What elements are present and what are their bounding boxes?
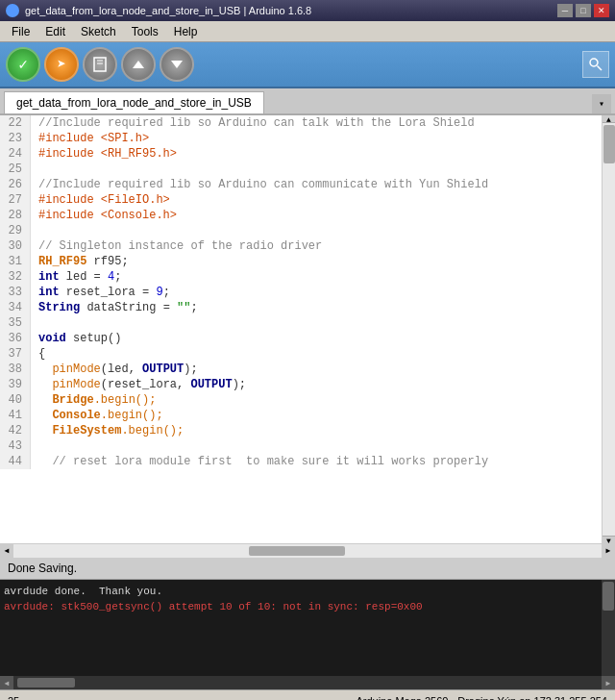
console-line: avrdude: stk500_getsync() attempt 10 of …: [4, 599, 611, 614]
h-scroll-thumb[interactable]: [249, 546, 345, 556]
code-line: 32int led = 4;: [0, 269, 602, 285]
code-editor: 22//Include required lib so Arduino can …: [0, 115, 615, 543]
svg-rect-0: [94, 58, 106, 71]
verify-button[interactable]: ✓: [6, 47, 40, 82]
console-h-scroll-left[interactable]: ◀: [0, 676, 13, 689]
line-code: #include <Console.h>: [31, 208, 177, 223]
h-scroll-right-button[interactable]: ▶: [602, 544, 615, 558]
horizontal-scrollbar[interactable]: ◀ ▶: [0, 543, 615, 557]
console-h-scroll-right[interactable]: ▶: [602, 676, 615, 689]
line-number-gutter: 23: [0, 131, 31, 146]
app-icon: [6, 4, 19, 17]
menu-tools[interactable]: Tools: [124, 23, 166, 40]
line-code: //Include required lib so Arduino can co…: [31, 177, 488, 192]
line-number-gutter: 34: [0, 300, 31, 315]
console-area: avrdude done. Thank you.avrdude: stk500_…: [0, 580, 615, 676]
code-line: 42 FileSystem.begin();: [0, 423, 602, 438]
code-line: 38 pinMode(led, OUTPUT);: [0, 362, 602, 377]
console-h-scroll-track[interactable]: [13, 676, 602, 689]
line-number-gutter: 41: [0, 408, 31, 423]
line-number-gutter: 26: [0, 177, 31, 192]
tab-bar: get_data_from_lora_node_and_store_in_USB…: [0, 88, 615, 115]
search-button[interactable]: [582, 51, 609, 78]
line-code: // Singleton instance of the radio drive…: [31, 238, 322, 254]
code-line: 39 pinMode(reset_lora, OUTPUT);: [0, 377, 602, 392]
open-button[interactable]: [121, 47, 156, 82]
console-h-scroll-thumb[interactable]: [17, 678, 75, 688]
code-content[interactable]: 22//Include required lib so Arduino can …: [0, 115, 602, 543]
menu-edit[interactable]: Edit: [37, 23, 73, 40]
menu-file[interactable]: File: [4, 23, 37, 40]
line-code: // reset lora module first to make sure …: [31, 454, 488, 469]
line-code: #include <SPI.h>: [31, 131, 149, 146]
window-controls: ─ □ ✕: [557, 4, 609, 17]
line-number-gutter: 44: [0, 454, 31, 469]
line-code: RH_RF95 rf95;: [31, 254, 129, 269]
line-number-gutter: 43: [0, 438, 31, 454]
line-number-gutter: 22: [0, 115, 31, 131]
h-scroll-track[interactable]: [13, 544, 602, 558]
tab-arrow[interactable]: ▾: [592, 94, 611, 113]
line-number-gutter: 25: [0, 162, 31, 177]
code-line: 31RH_RF95 rf95;: [0, 254, 602, 269]
console-line: avrdude done. Thank you.: [4, 584, 611, 599]
console-h-scrollbar[interactable]: ◀ ▶: [0, 676, 615, 689]
line-number-gutter: 36: [0, 331, 31, 346]
h-scroll-left-button[interactable]: ◀: [0, 544, 13, 558]
code-line: 24#include <RH_RF95.h>: [0, 146, 602, 162]
line-number-gutter: 33: [0, 285, 31, 300]
line-number-gutter: 39: [0, 377, 31, 392]
code-line: 41 Console.begin();: [0, 408, 602, 423]
line-code: String dataString = "";: [31, 300, 198, 315]
console-scrollbar[interactable]: [602, 580, 615, 676]
status-bottom-bar: 25 Arduino Mega 2560 - Dragino Yún on 17…: [0, 689, 615, 700]
line-code: [31, 162, 38, 177]
menu-help[interactable]: Help: [166, 23, 206, 40]
line-code: Bridge.begin();: [31, 392, 156, 408]
line-number: 25: [8, 695, 19, 701]
close-button[interactable]: ✕: [594, 4, 609, 17]
new-button[interactable]: [83, 47, 117, 82]
board-info: Arduino Mega 2560 - Dragino Yún on 172.3…: [356, 695, 607, 701]
line-number-gutter: 31: [0, 254, 31, 269]
code-line: 25: [0, 162, 602, 177]
code-line: 23#include <SPI.h>: [0, 131, 602, 146]
line-number-gutter: 30: [0, 238, 31, 254]
line-code: [31, 223, 38, 238]
line-number-gutter: 42: [0, 423, 31, 438]
vertical-scrollbar[interactable]: ▲ ▼: [602, 115, 615, 543]
maximize-button[interactable]: □: [576, 4, 591, 17]
menu-bar: File Edit Sketch Tools Help: [0, 21, 615, 42]
active-tab[interactable]: get_data_from_lora_node_and_store_in_USB: [4, 91, 264, 113]
code-line: 33int reset_lora = 9;: [0, 285, 602, 300]
code-line: 28#include <Console.h>: [0, 208, 602, 223]
upload-button[interactable]: ➤: [44, 47, 79, 82]
code-line: 30// Singleton instance of the radio dri…: [0, 238, 602, 254]
line-code: pinMode(reset_lora, OUTPUT);: [31, 377, 246, 392]
code-line: 29: [0, 223, 602, 238]
scroll-thumb[interactable]: [603, 125, 615, 163]
console-scroll-thumb[interactable]: [603, 582, 614, 611]
code-line: 36void setup(): [0, 331, 602, 346]
line-code: void setup(): [31, 331, 121, 346]
line-code: Console.begin();: [31, 408, 163, 423]
line-number-gutter: 29: [0, 223, 31, 238]
line-number-gutter: 32: [0, 269, 31, 285]
code-line: 27#include <FileIO.h>: [0, 192, 602, 208]
line-number-gutter: 38: [0, 362, 31, 377]
menu-sketch[interactable]: Sketch: [73, 23, 124, 40]
code-line: 22//Include required lib so Arduino can …: [0, 115, 602, 131]
svg-point-3: [590, 59, 598, 66]
window-title: get_data_from_lora_node_and_store_in_USB…: [25, 5, 557, 16]
code-line: 26//Include required lib so Arduino can …: [0, 177, 602, 192]
title-bar: get_data_from_lora_node_and_store_in_USB…: [0, 0, 615, 21]
code-line: 34String dataString = "";: [0, 300, 602, 315]
minimize-button[interactable]: ─: [557, 4, 573, 17]
line-number-gutter: 27: [0, 192, 31, 208]
code-line: 44 // reset lora module first to make su…: [0, 454, 602, 469]
save-button[interactable]: [160, 47, 194, 82]
line-code: [31, 438, 38, 454]
line-code: int reset_lora = 9;: [31, 285, 170, 300]
line-code: #include <RH_RF95.h>: [31, 146, 177, 162]
code-line: 40 Bridge.begin();: [0, 392, 602, 408]
